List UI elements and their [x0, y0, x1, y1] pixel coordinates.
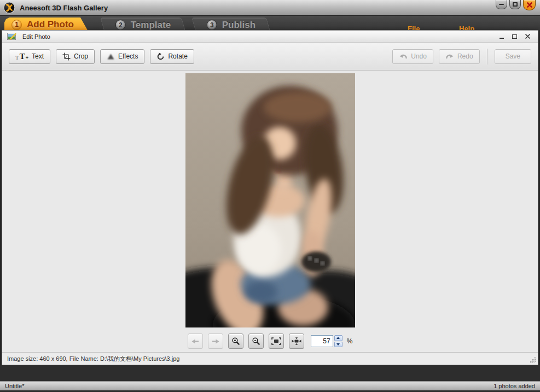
tab-publish-label: Publish [222, 20, 256, 31]
tab-template-label: Template [131, 20, 171, 31]
actual-size-icon [292, 337, 301, 345]
dialog-toolbar: TT+ Text Crop Effects [2, 43, 538, 71]
undo-icon [399, 53, 408, 60]
next-photo-button[interactable] [208, 334, 223, 349]
nav-bar: 1 Add Photo 2 Template 3 Publish File He… [0, 16, 540, 30]
save-button-label: Save [506, 52, 520, 60]
spin-up-icon [336, 337, 340, 339]
edit-photo-dialog: Edit Photo TT+ Text Cro [2, 30, 538, 365]
fit-to-window-button[interactable] [269, 334, 284, 349]
redo-button[interactable]: Redo [439, 49, 480, 64]
zoom-out-button[interactable] [248, 334, 264, 349]
window-controls [496, 0, 536, 10]
text-button[interactable]: TT+ Text [9, 49, 50, 64]
close-icon [527, 2, 532, 8]
toolbar-right-group: Undo Redo Save [392, 49, 531, 65]
crop-button-label: Crop [74, 52, 88, 60]
actual-size-button[interactable] [289, 334, 304, 349]
crop-button[interactable]: Crop [56, 49, 95, 64]
redo-icon [445, 53, 454, 60]
image-info-text: Image size: 460 x 690, File Name: D:\我的文… [7, 355, 179, 363]
tab-add-photo-badge: 1 [11, 20, 22, 30]
dialog-title: Edit Photo [22, 33, 50, 40]
menu-help[interactable]: Help [459, 25, 474, 30]
minimize-button[interactable] [496, 0, 507, 9]
dialog-titlebar[interactable]: Edit Photo [2, 31, 538, 43]
spin-down-icon [336, 343, 340, 346]
close-button[interactable] [523, 0, 536, 10]
save-button[interactable]: Save [495, 49, 531, 64]
rotate-button[interactable]: Rotate [150, 49, 194, 64]
app-statusbar: Untitle* 1 photos added [0, 381, 540, 390]
rotate-button-label: Rotate [168, 52, 187, 60]
app-window: Aneesoft 3D Flash Gallery 1 Add Photo 2 … [0, 0, 540, 392]
percent-label: % [347, 337, 353, 345]
rotate-icon [156, 52, 165, 61]
app-titlebar[interactable]: Aneesoft 3D Flash Gallery [0, 0, 540, 16]
dialog-close-button[interactable] [525, 34, 530, 39]
text-button-label: Text [32, 52, 44, 60]
tab-add-photo[interactable]: 1 Add Photo [4, 17, 90, 30]
toolbar-separator [487, 49, 487, 65]
main-window-background [0, 365, 540, 381]
photo-image [185, 73, 355, 327]
text-icon: TT+ [15, 52, 28, 61]
maximize-button[interactable] [509, 0, 521, 9]
dialog-maximize-button[interactable] [512, 34, 517, 39]
zoom-in-icon [231, 337, 240, 346]
tab-template[interactable]: 2 Template [100, 17, 187, 30]
effects-icon [107, 52, 115, 60]
tab-publish[interactable]: 3 Publish [191, 17, 272, 30]
dialog-statusbar: Image size: 460 x 690, File Name: D:\我的文… [2, 352, 538, 365]
dialog-window-controls [500, 34, 533, 39]
photos-added-count: 1 photos added [493, 383, 535, 389]
zoom-percent-group: % [311, 335, 353, 347]
effects-button[interactable]: Effects [100, 49, 144, 64]
menu-file[interactable]: File [408, 25, 420, 30]
crop-icon [62, 52, 71, 61]
photo-canvas: % [2, 71, 538, 352]
previous-arrow-icon [191, 338, 200, 345]
tab-publish-badge: 3 [207, 20, 217, 30]
tab-template-badge: 2 [115, 20, 126, 30]
redo-button-label: Redo [457, 52, 473, 60]
minimize-icon [499, 4, 504, 5]
dialog-minimize-button[interactable] [500, 38, 504, 39]
effects-button-label: Effects [118, 52, 138, 60]
app-title: Aneesoft 3D Flash Gallery [20, 4, 108, 12]
fit-to-window-icon [271, 337, 281, 345]
previous-photo-button[interactable] [188, 334, 203, 349]
undo-button-label: Undo [411, 52, 427, 60]
next-arrow-icon [211, 338, 220, 345]
tab-add-photo-label: Add Photo [27, 19, 74, 30]
zoom-spinner [334, 335, 342, 347]
app-logo-icon [3, 2, 15, 14]
zoom-percent-input[interactable] [311, 335, 333, 347]
zoom-out-icon [252, 337, 260, 346]
zoom-controls-row: % [2, 334, 538, 349]
project-name: Untitle* [5, 383, 24, 389]
zoom-spin-down-button[interactable] [334, 342, 342, 348]
resize-grip[interactable] [530, 356, 537, 364]
edit-photo-icon [7, 32, 17, 40]
undo-button[interactable]: Undo [392, 49, 433, 64]
zoom-in-button[interactable] [228, 334, 243, 349]
zoom-spin-up-button[interactable] [334, 335, 342, 341]
wizard-tabs: 1 Add Photo 2 Template 3 Publish [4, 17, 267, 30]
maximize-icon [513, 2, 518, 7]
